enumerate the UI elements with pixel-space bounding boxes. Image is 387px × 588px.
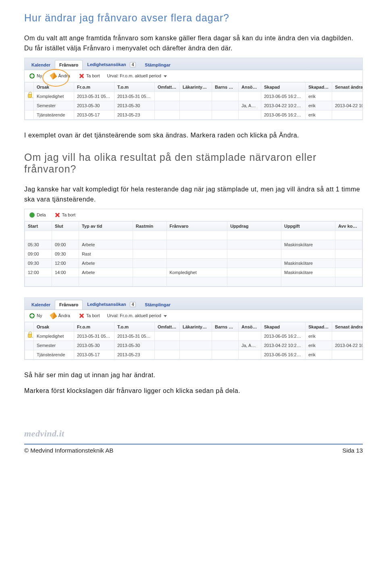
dela-button[interactable]: Dela	[28, 212, 48, 218]
col-header[interactable]: Omfattning	[155, 322, 180, 331]
col-header[interactable]: Uppgift	[281, 221, 335, 231]
cell: 2013-06-05 16:25:45	[261, 110, 306, 119]
col-header[interactable]: Skapad	[261, 322, 306, 331]
table-row[interactable]	[25, 277, 362, 286]
col-header[interactable]: Slut	[52, 221, 79, 231]
col-header[interactable]: Fr.o.m	[74, 82, 114, 91]
ny-button[interactable]: Ny	[28, 73, 44, 79]
table-row[interactable]: 05:3009:00ArbeteMaskinskötare	[25, 240, 362, 249]
cell: erik	[306, 101, 332, 110]
table-row[interactable]: 09:3012:00ArbeteMaskinskötare	[25, 258, 362, 268]
col-header[interactable]: T.o.m	[114, 322, 155, 331]
col-header[interactable]: Ansökan	[239, 322, 261, 331]
cell	[212, 331, 239, 341]
tab-stamplingar[interactable]: Stämplingar	[140, 60, 175, 70]
table-row[interactable]	[25, 231, 362, 240]
andra-button[interactable]: Ändra	[49, 312, 71, 319]
cell	[212, 341, 239, 350]
col-header[interactable]: Uppdrag	[227, 221, 281, 231]
tab-label: Ledighetsansökan	[87, 62, 126, 67]
cell: Semester	[34, 341, 74, 350]
col-header[interactable]: Frånvaro	[166, 221, 227, 231]
cell: 2013-06-05 16:28:56	[261, 331, 306, 341]
cell: 2013-05-17	[74, 350, 114, 359]
table-row[interactable]: Tjänsteärende2013-05-172013-05-232013-06…	[25, 110, 363, 119]
tabort-button[interactable]: Ta bort	[77, 312, 102, 319]
col-header[interactable]: Fr.o.m	[74, 322, 114, 331]
table-row[interactable]: Semester2013-05-302013-05-30Ja, Ansökt20…	[25, 341, 363, 350]
cell: 09:00	[52, 240, 79, 249]
cell: Tjänsteärende	[34, 110, 74, 119]
col-header[interactable]: Skapad av	[306, 322, 332, 331]
cell	[332, 110, 363, 119]
col-header[interactable]: Skapad	[261, 82, 306, 91]
col-header[interactable]: Barns persnr	[212, 322, 239, 331]
cell: Ja, Ansökt	[239, 101, 261, 110]
cell: 2013-04-22 10:29:53	[332, 101, 363, 110]
tab-franvaro[interactable]: Frånvaro	[55, 60, 83, 70]
paragraph-2: I exemplet ovan är det tjänsteärende som…	[24, 131, 363, 141]
pencil-icon	[50, 312, 57, 319]
cell	[281, 231, 335, 240]
cell: 09:30	[25, 258, 52, 268]
cell	[25, 231, 52, 240]
time-app: Dela Ta bort StartSlutTyp av tidRastminF…	[24, 209, 363, 287]
urval-select[interactable]: Urval: Fr.o.m. aktuell period	[107, 73, 167, 78]
cell	[212, 110, 239, 119]
cell	[166, 231, 227, 240]
lock-icon	[28, 94, 32, 98]
tab-franvaro[interactable]: Frånvaro	[55, 300, 83, 310]
col-header[interactable]: T.o.m	[114, 82, 155, 91]
cell	[239, 331, 261, 341]
table-row[interactable]: Kompledighet2013-05-31 05:302013-05-31 0…	[25, 331, 363, 341]
cell	[155, 341, 180, 350]
cell: Semester	[34, 101, 74, 110]
tab-ledighetsansokan[interactable]: Ledighetsansökan 4	[83, 299, 140, 310]
ny-label: Ny	[37, 313, 42, 318]
col-header[interactable]: Start	[25, 221, 52, 231]
cell	[133, 268, 166, 277]
absence-app-1: Kalender Frånvaro Ledighetsansökan 4 Stä…	[24, 58, 363, 120]
table-row[interactable]: Kompledighet2013-05-31 05:302013-05-31 0…	[25, 91, 363, 101]
col-header[interactable]: Barns persnr	[212, 82, 239, 91]
col-header[interactable]: Läkarintyg t.o.m	[180, 322, 212, 331]
andra-button[interactable]: Ändra	[49, 73, 71, 79]
col-header[interactable]: Ansökan	[239, 82, 261, 91]
col-header[interactable]: Senast ändrad	[332, 82, 363, 91]
col-header[interactable]: Omfattning	[155, 82, 180, 91]
col-header[interactable]: Orsak	[34, 322, 74, 331]
tab-kalender[interactable]: Kalender	[27, 60, 55, 70]
footer-divider	[24, 444, 363, 445]
table-row[interactable]: Tjänsteärende2013-05-172013-05-232013-06…	[25, 350, 363, 359]
col-header[interactable]	[25, 322, 34, 331]
cell	[335, 268, 362, 277]
col-header[interactable]: Rastmin	[133, 221, 166, 231]
andra-label: Ändra	[58, 313, 70, 318]
tabort-button[interactable]: Ta bort	[53, 212, 77, 218]
col-header[interactable]: Skapad av	[306, 82, 332, 91]
col-header[interactable]	[25, 82, 34, 91]
tab-stamplingar[interactable]: Stämplingar	[140, 300, 175, 310]
table-row[interactable]: Semester2013-05-302013-05-30Ja, Ansökt20…	[25, 101, 363, 110]
col-header[interactable]: Orsak	[34, 82, 74, 91]
cell: 2013-05-30	[74, 341, 114, 350]
cell: Kompledighet	[166, 268, 227, 277]
tabstrip: Kalender Frånvaro Ledighetsansökan 4 Stä…	[25, 58, 362, 70]
toolbar: Dela Ta bort	[25, 209, 362, 221]
cell	[239, 110, 261, 119]
ny-label: Ny	[37, 73, 42, 78]
col-header[interactable]: Senast ändrad	[332, 322, 363, 331]
tabort-button[interactable]: Ta bort	[77, 73, 102, 79]
ny-button[interactable]: Ny	[28, 312, 44, 319]
col-header[interactable]: Läkarintyg t.o.m	[180, 82, 212, 91]
tab-ledighetsansokan[interactable]: Ledighetsansökan 4	[83, 60, 140, 70]
col-header[interactable]: Typ av tid	[79, 221, 133, 231]
cell: 2013-06-05 16:28:56	[261, 91, 306, 101]
tab-kalender[interactable]: Kalender	[27, 300, 55, 310]
cell	[180, 341, 212, 350]
col-header[interactable]: Avv konto	[335, 221, 362, 231]
urval-select[interactable]: Urval: Fr.o.m. aktuell period	[107, 313, 167, 318]
table-row[interactable]: 12:0014:00ArbeteKompledighetMaskinskötar…	[25, 268, 362, 277]
table-row[interactable]: 09:0009:30Rast	[25, 249, 362, 258]
cell	[332, 331, 363, 341]
